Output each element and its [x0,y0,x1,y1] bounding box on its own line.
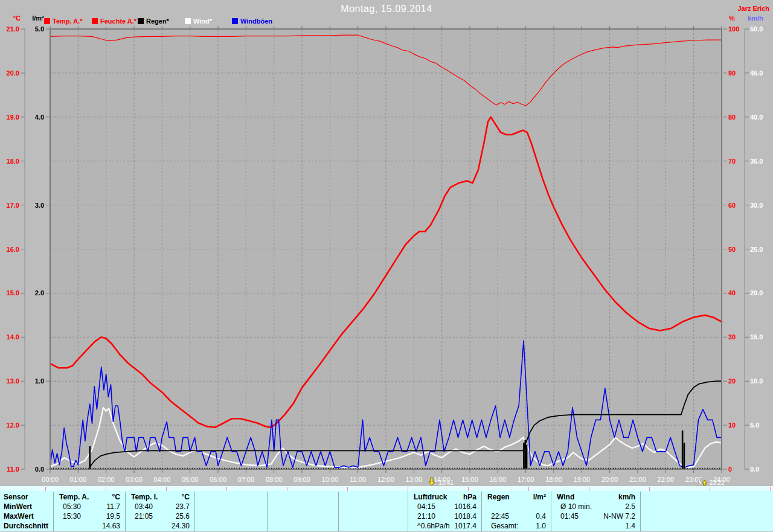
axis-unit-percent: % [720,14,744,23]
legend-label: Feuchte A.* [100,18,136,25]
time-label: 20:00 [601,476,618,483]
axis-tick-label: 40 [728,289,736,296]
moonrise-time-label: 23:22 [710,479,725,486]
series-wind [50,408,722,467]
strip-tick [710,487,710,491]
time-label: 15:00 [461,476,478,483]
legend-swatch-icon [44,18,50,24]
rain-bar [526,444,528,469]
legend-swatch-icon [232,18,238,24]
col-unit-temp-i: °C [163,493,190,502]
axis-tick-label: 30 [728,333,736,341]
axis-tick-label: 0.0 [750,466,759,473]
col-header-temp-i: Temp. I. [131,493,164,502]
summary-table: SensorMinWertMaxWertDurchschnittTemp. A.… [0,486,773,531]
axis-tick-label: 5.0 [750,421,759,429]
axis-tick-label: 16.0 [7,246,19,253]
table-separator [338,492,339,531]
strip-tick [408,487,408,491]
table-cell-temp-a-value: 14.63 [77,522,120,531]
time-label: 07:00 [238,476,255,483]
table-cell-regen-value: 1.0 [502,522,546,531]
chart-plot[interactable]: 21.020.019.018.017.016.015.014.013.012.0… [0,0,773,486]
strip-tick [649,487,650,491]
axis-tick-label: 20 [728,377,736,385]
axis-tick-label: 10.0 [750,377,763,385]
time-label: 23:00 [685,476,702,483]
moonset-time-label: 13:41 [438,479,454,486]
table-separator [125,492,126,531]
table-separator [640,492,641,531]
time-label: 00:00 [42,476,59,483]
author-label: Jarz Erich [737,5,769,12]
time-label: 21:00 [629,476,646,483]
time-label: 16:00 [490,476,507,483]
rain-bar [682,431,684,469]
col-unit-wind: km/h [609,493,635,502]
axis-tick-label: 25.0 [750,246,763,253]
axis-tick-label: 19.0 [7,114,19,121]
rain-bar [524,440,526,469]
axis-tick-label: 30.0 [750,202,763,209]
strip-tick [166,487,167,491]
table-separator [267,492,268,531]
table-separator [551,492,551,531]
legend-swatch-icon [92,18,98,24]
axis-tick-label: 17.0 [7,202,19,209]
strip-tick [106,487,106,491]
strip-tick [770,487,771,491]
axis-tick-label: 90 [728,69,736,77]
time-label: 17:00 [518,476,534,483]
legend-swatch-icon [185,18,191,24]
axis-tick-label: 50.0 [750,25,763,33]
legend-label: Temp. A.* [53,18,83,25]
col-unit-regen: l/m² [519,493,546,502]
moon-icon [698,479,704,484]
moonset-icon [435,483,437,486]
table-separator [408,492,408,531]
axis-tick-label: 15.0 [7,289,19,296]
col-header-regen: Regen [487,493,521,502]
strip-tick [226,487,227,491]
weather-station-window: Montag, 15.09.2014 Jarz Erich °C l/m² % … [0,0,773,532]
time-label: 12:00 [377,476,394,483]
series-rain-cumulative [50,381,722,469]
time-label: 09:00 [293,476,310,483]
axis-tick-label: 20.0 [7,69,19,77]
row-label-maxwert: MaxWert [4,512,52,521]
axis-tick-label: 80 [728,114,736,121]
axis-tick-label: 13.0 [7,377,19,385]
axis-tick-label: 18.0 [7,158,19,165]
table-top-strip [0,487,773,491]
table-cell-luftdruck-value: 1016.4 [433,502,476,511]
series-humidity [50,35,722,106]
table-cell-wind-value: 1.4 [592,522,635,531]
strip-tick [45,487,46,491]
strip-tick [589,487,589,491]
col-header-temp-a: Temp. A. [59,493,95,502]
table-separator [194,492,195,531]
axis-tick-label: 0 [728,466,732,473]
axis-tick-label: 20.0 [750,289,763,296]
row-label-sensor: Sensor [4,493,52,502]
col-unit-temp-a: °C [94,493,120,502]
table-separator [53,492,54,531]
strip-tick [287,487,287,491]
legend: Temp. A.*Feuchte A.*Regen*Wind*Windböen [0,18,423,27]
axis-tick-label: 70 [728,158,736,165]
axis-tick-label: 100 [728,25,739,33]
time-label: 11:00 [350,476,366,483]
moon-shadow [700,478,705,483]
axis-tick-label: 2.0 [35,289,44,296]
table-cell-regen-value: 0.4 [502,512,546,521]
table-cell-temp-i-value: 25.6 [146,512,190,521]
axis-tick-label: 40.0 [750,114,763,121]
page-title: Montag, 15.09.2014 [0,4,773,14]
time-label: 04:00 [154,476,171,483]
table-cell-temp-a-value: 19.5 [77,512,120,521]
table-separator [481,492,482,531]
moonrise-icon [702,480,707,486]
table-cell-luftdruck-value: 1018.4 [433,512,476,521]
axis-tick-label: 45.0 [750,69,763,77]
row-label-durchschnitt: Durchschnitt [4,522,52,531]
